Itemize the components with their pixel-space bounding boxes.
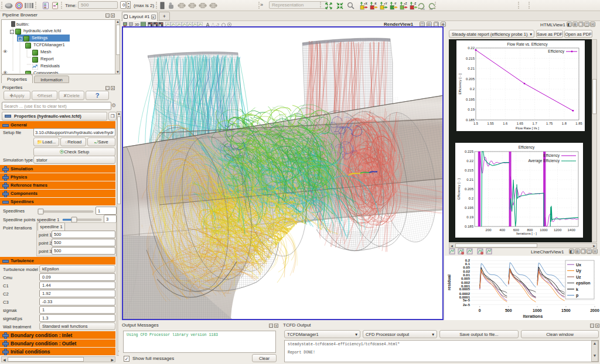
svg-text:-X: -X — [374, 2, 377, 5]
svg-text:Flow Rate [ l/s ]: Flow Rate [ l/s ] — [516, 126, 539, 130]
svg-text:1400: 1400 — [568, 228, 576, 232]
svg-text:0.215: 0.215 — [466, 57, 475, 60]
svg-text:0.05: 0.05 — [463, 266, 470, 269]
svg-text:200: 200 — [486, 228, 492, 232]
svg-text:Efficiency: Efficiency — [543, 153, 560, 158]
svg-text:Efficiency: Efficiency — [548, 49, 564, 54]
svg-text:1.75: 1.75 — [546, 122, 553, 125]
svg-text:0: 0 — [479, 308, 481, 313]
svg-text:Ux: Ux — [576, 263, 581, 267]
svg-text:0.2: 0.2 — [469, 197, 474, 200]
svg-text:0.205: 0.205 — [466, 77, 475, 81]
svg-text:-90: -90 — [429, 8, 433, 11]
svg-text:Iterations [ - ]: Iterations [ - ] — [516, 232, 537, 235]
svg-text:0.22: 0.22 — [466, 159, 473, 163]
svg-text:2e-5: 2e-5 — [463, 303, 471, 307]
svg-text:2000: 2000 — [590, 308, 599, 313]
svg-text:0.21: 0.21 — [466, 178, 473, 181]
svg-text:residual: residual — [447, 274, 451, 290]
svg-text:5e-5: 5e-5 — [463, 298, 471, 302]
svg-text:0.195: 0.195 — [466, 98, 475, 101]
svg-text:Efficiency [ - ]: Efficiency [ - ] — [458, 73, 462, 94]
svg-text:0.215: 0.215 — [465, 169, 474, 172]
svg-text:1200: 1200 — [554, 228, 562, 232]
svg-text:+Z: +Z — [404, 2, 407, 5]
svg-text:epsilon: epsilon — [576, 281, 591, 286]
svg-text:0.19: 0.19 — [466, 215, 473, 219]
svg-text:500: 500 — [505, 308, 512, 313]
svg-text:-Y: -Y — [394, 2, 397, 5]
svg-text:Average Efficiency: Average Efficiency — [528, 159, 560, 163]
svg-text:1500: 1500 — [561, 308, 571, 313]
svg-text:0.22: 0.22 — [468, 46, 475, 50]
svg-text:p: p — [576, 293, 578, 298]
svg-text:-Z: -Z — [414, 2, 416, 5]
svg-text:0.205: 0.205 — [465, 187, 474, 191]
svg-text:1.8: 1.8 — [562, 122, 567, 125]
svg-text:1.55: 1.55 — [487, 122, 493, 125]
svg-text:Uy: Uy — [576, 269, 581, 273]
svg-text:1.65: 1.65 — [517, 122, 523, 125]
svg-text:1.6: 1.6 — [503, 122, 507, 125]
svg-text:1.85: 1.85 — [575, 122, 582, 125]
svg-text:0.0005: 0.0005 — [459, 287, 471, 291]
svg-text:0.195: 0.195 — [465, 206, 474, 210]
svg-text:0.225: 0.225 — [465, 150, 474, 153]
svg-text:+X: +X — [364, 2, 367, 5]
svg-text:400: 400 — [499, 228, 506, 232]
svg-text:1.5: 1.5 — [473, 122, 478, 125]
svg-text:0.005: 0.005 — [461, 277, 471, 280]
svg-text:1.7: 1.7 — [533, 122, 537, 125]
svg-text:1000: 1000 — [540, 228, 548, 232]
svg-text:Iterations: Iterations — [523, 314, 543, 319]
svg-text:Efficiency: Efficiency — [519, 145, 535, 150]
svg-text:Uz: Uz — [576, 275, 581, 279]
svg-text:Flow Rate vs. Efficiency: Flow Rate vs. Efficiency — [507, 42, 548, 47]
svg-text:0.19: 0.19 — [468, 108, 475, 111]
svg-text:0.2: 0.2 — [470, 87, 475, 91]
svg-text:+90: +90 — [421, 8, 425, 11]
svg-text:0.185: 0.185 — [465, 225, 474, 228]
svg-text:Efficiency [ - ]: Efficiency [ - ] — [457, 178, 461, 200]
svg-text:1000: 1000 — [533, 308, 542, 313]
svg-text:+Y: +Y — [384, 2, 387, 5]
svg-text:k: k — [576, 287, 578, 291]
svg-text:0.21: 0.21 — [468, 67, 475, 70]
svg-text:0.185: 0.185 — [466, 118, 475, 122]
